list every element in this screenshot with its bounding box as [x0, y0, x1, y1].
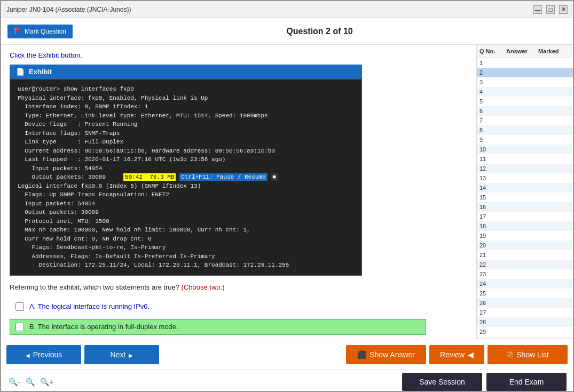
exhibit-line-21: Destination: 172.25.11/24, Local: 172.25…	[18, 261, 354, 270]
exhibit-line-18: Curr new hold cnt: 0, NH drop cnt: 0	[18, 235, 354, 244]
exhibit-line-8: Current address: 00:50:56:a9:1c:b0, Hard…	[18, 147, 354, 156]
question-list-item[interactable]: 23	[477, 269, 573, 279]
exhibit-title: Exhibit	[29, 68, 52, 76]
question-list-item[interactable]: 3	[477, 77, 573, 87]
zoom-bar: 🔍- 🔍 🔍+ Save Session End Exam	[1, 370, 573, 392]
question-list-item[interactable]: 15	[477, 193, 573, 202]
zoom-out-button[interactable]: 🔍-	[7, 377, 21, 387]
exhibit-line-20: Addresses, Flags: Is-Default Is-Preferre…	[18, 252, 354, 261]
question-list-item[interactable]: 13	[477, 173, 573, 183]
question-list-item[interactable]: 29	[477, 327, 573, 337]
question-list-item[interactable]: 21	[477, 250, 573, 260]
next-button[interactable]: Next	[84, 345, 159, 364]
question-list-item[interactable]: 22	[477, 260, 573, 269]
next-label: Next	[111, 350, 126, 359]
exhibit-line-9: Last flapped : 2020-01-17 16:27:10 UTC (…	[18, 155, 354, 164]
exhibit-line-4: Type: Ethernet, Link-level type: Etherne…	[18, 111, 354, 121]
exhibit-line-5: Device flags : Present Running	[18, 120, 354, 129]
question-list-item[interactable]: 16	[477, 202, 573, 212]
highlight-indicator: ■	[271, 173, 278, 181]
question-list-item[interactable]: 24	[477, 279, 573, 289]
end-exam-button[interactable]: End Exam	[486, 373, 567, 391]
window-controls: — □ ✕	[533, 5, 568, 14]
prev-arrow-icon	[26, 350, 30, 359]
question-list-item[interactable]: 27	[477, 308, 573, 317]
question-list-item[interactable]: 25	[477, 289, 573, 298]
show-answer-icon: ⬛	[357, 350, 366, 359]
exhibit-icon: 📄	[16, 68, 25, 76]
col-qno-header: Q No.	[479, 48, 506, 54]
exhibit-line-6: Interface flags: SNMP-Traps	[18, 129, 354, 138]
exhibit-line-17: Max nh cache: 100000, New hold nh limit:…	[18, 226, 354, 235]
question-list-header: Q No. Answer Marked	[477, 45, 573, 58]
question-list-item[interactable]: 28	[477, 317, 573, 327]
previous-label: Previous	[33, 350, 62, 359]
save-session-button[interactable]: Save Session	[402, 373, 482, 391]
exhibit-line-16: Protocol inet, MTU: 1500	[18, 217, 354, 226]
exhibit-content: user@router> show interfaces fxp0 Physic…	[10, 79, 362, 276]
col-marked-header: Marked	[538, 48, 570, 54]
question-list-item[interactable]: 17	[477, 212, 573, 221]
question-list-panel: Q No. Answer Marked 12345678910111213141…	[477, 45, 573, 339]
question-list-item[interactable]: 20	[477, 241, 573, 250]
exhibit-line-15: Output packets: 30089	[18, 208, 354, 217]
review-label: Review	[440, 350, 465, 359]
question-list-item[interactable]: 1	[477, 58, 573, 68]
question-list-item[interactable]: 12	[477, 164, 573, 173]
question-list-item[interactable]: 7	[477, 116, 573, 125]
exhibit-line-11: Output packets: 30089 50:42 76.3 MB Ctrl…	[18, 173, 354, 182]
question-list-item[interactable]: 19	[477, 231, 573, 241]
main-container: 🚩 Mark Question Question 2 of 10 Click t…	[1, 18, 573, 392]
exhibit-link[interactable]: Exhibit	[38, 51, 59, 59]
show-list-icon: ☑	[506, 350, 513, 359]
mark-question-label: Mark Question	[25, 28, 66, 35]
question-list-item[interactable]: 14	[477, 183, 573, 193]
maximize-button[interactable]: □	[546, 5, 555, 14]
question-list-item[interactable]: 26	[477, 298, 573, 308]
question-list-item[interactable]: 8	[477, 125, 573, 135]
zoom-reset-button[interactable]: 🔍	[25, 377, 36, 387]
show-answer-button[interactable]: ⬛ Show Answer	[346, 345, 426, 364]
question-list-item[interactable]: 2	[477, 68, 573, 77]
close-button[interactable]: ✕	[559, 5, 568, 14]
window-title: Juniper JN0-104 (Associate (JNCIA-Junos)…	[6, 6, 131, 13]
exhibit-line-19: Flags: Sendbcast-pkt-to-re, Is-Primary	[18, 243, 354, 252]
review-indicator: ◀	[468, 350, 474, 359]
previous-button[interactable]: Previous	[6, 345, 81, 364]
mark-question-button[interactable]: 🚩 Mark Question	[7, 25, 73, 38]
next-arrow-icon	[129, 350, 133, 359]
exhibit-line-14: Input packets: 54054	[18, 199, 354, 209]
click-exhibit-text: Click the Exhibit button.	[10, 51, 468, 59]
minimize-button[interactable]: —	[533, 5, 542, 14]
exhibit-wrapper: 📄 Exhibit user@router> show interfaces f…	[10, 65, 362, 276]
show-list-label: Show List	[516, 350, 549, 359]
question-list-item[interactable]: 18	[477, 221, 573, 231]
zoom-in-button[interactable]: 🔍+	[39, 377, 54, 387]
question-list-item[interactable]: 4	[477, 87, 573, 97]
question-list-item[interactable]: 9	[477, 135, 573, 145]
exhibit-line-10: Input packets: 54054	[18, 164, 354, 173]
question-list-item[interactable]: 5	[477, 97, 573, 106]
review-button[interactable]: Review ◀	[429, 345, 484, 364]
exhibit-line-12: Logical interface fxp0.0 (Index 5) (SNMP…	[18, 182, 354, 191]
choose-text: (Choose two.)	[182, 283, 225, 291]
exhibit-line-2: Physical interface: fxp0, Enabled, Physi…	[18, 94, 354, 103]
question-list-item[interactable]: 6	[477, 106, 573, 116]
exhibit-line-13: Flags: Up SNMP-Traps Encapsulation: ENET…	[18, 190, 354, 199]
top-bar: 🚩 Mark Question Question 2 of 10	[1, 18, 573, 45]
checkbox-a[interactable]	[15, 302, 24, 311]
question-list[interactable]: 1234567891011121314151617181920212223242…	[477, 58, 573, 339]
question-list-item[interactable]: 10	[477, 145, 573, 154]
answer-option-b: B. The interface is operating in full-du…	[10, 319, 426, 335]
exhibit-line-3: Interface index: 8, SNMP ifIndex: 1	[18, 102, 354, 111]
question-text: Referring to the exhibit, which two stat…	[10, 283, 468, 291]
left-panel: Click the Exhibit button. 📄 Exhibit user…	[1, 45, 477, 339]
answer-options: A. The logical interface is running IPv6…	[10, 299, 468, 335]
title-bar: Juniper JN0-104 (Associate (JNCIA-Junos)…	[1, 1, 573, 18]
col-answer-header: Answer	[506, 48, 538, 54]
show-list-button[interactable]: ☑ Show List	[487, 345, 568, 364]
answer-label-a: A. The logical interface is running IPv6…	[29, 302, 150, 310]
question-list-item[interactable]: 11	[477, 154, 573, 164]
highlight-time: 50:42 76.3 MB	[123, 173, 176, 181]
checkbox-b[interactable]	[15, 323, 24, 331]
